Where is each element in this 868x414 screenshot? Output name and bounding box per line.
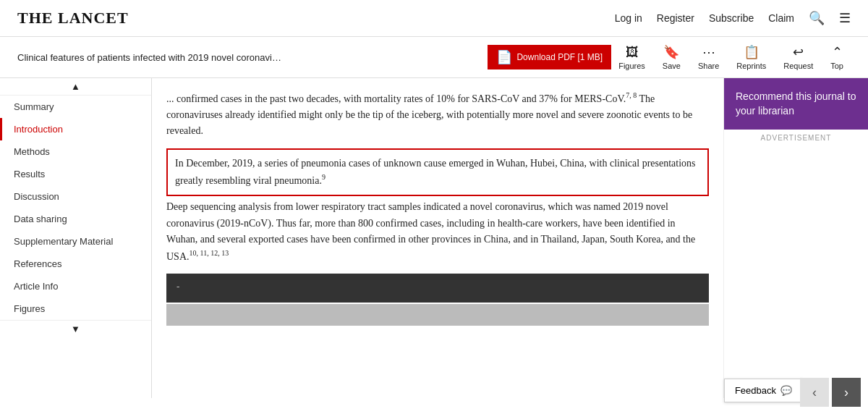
site-header: THE LANCET Log in Register Subscribe Cla… (0, 0, 868, 37)
save-button[interactable]: 🔖 Save (655, 41, 688, 73)
request-icon: ↩ (793, 44, 804, 60)
toolbar-left: Clinical features of patients infected w… (17, 45, 611, 69)
header-nav: Log in Register Subscribe Claim 🔍 ☰ (615, 10, 851, 26)
reprints-icon: 📋 (744, 44, 760, 60)
login-link[interactable]: Log in (615, 12, 642, 24)
pdf-button-label: Download PDF [1 MB] (516, 52, 603, 62)
article-title: Clinical features of patients infected w… (17, 52, 480, 63)
site-logo: THE LANCET (17, 9, 129, 28)
download-pdf-button[interactable]: 📄 Download PDF [1 MB] (488, 45, 611, 69)
sidebar: ▲ Summary Introduction Methods Results D… (0, 78, 152, 398)
recommend-text: Recommend this journal to your librarian (736, 90, 856, 117)
top-button[interactable]: ⌃ Top (823, 41, 851, 73)
reprints-label: Reprints (736, 62, 766, 70)
save-icon: 🔖 (663, 44, 679, 60)
top-label: Top (830, 62, 843, 70)
feedback-label: Feedback (735, 385, 776, 396)
share-icon: ⋯ (702, 44, 715, 60)
article-paragraph-1: ... confirmed cases in the past two deca… (166, 90, 709, 140)
sidebar-item-summary[interactable]: Summary (0, 96, 151, 118)
toolbar-actions: 🖼 Figures 🔖 Save ⋯ Share 📋 Reprints ↩ Re… (611, 41, 851, 73)
footnote-9: 9 (322, 173, 326, 181)
gray-content-block (166, 304, 709, 326)
top-icon: ⌃ (832, 44, 843, 60)
next-arrow-button[interactable]: › (832, 378, 861, 398)
request-button[interactable]: ↩ Request (776, 41, 820, 73)
nav-arrows: ‹ › (800, 378, 861, 398)
reprints-button[interactable]: 📋 Reprints (729, 41, 773, 73)
article-paragraph-2: Deep sequencing analysis from lower resp… (166, 201, 695, 262)
prev-arrow-button[interactable]: ‹ (800, 378, 829, 398)
sidebar-item-discussion[interactable]: Discussion (0, 185, 151, 208)
sidebar-item-data-sharing[interactable]: Data sharing (0, 208, 151, 230)
sidebar-item-article-info[interactable]: Article Info (0, 275, 151, 297)
sidebar-item-results[interactable]: Results (0, 163, 151, 185)
feedback-button[interactable]: Feedback 💬 (724, 379, 803, 398)
article-toolbar: Clinical features of patients infected w… (0, 37, 868, 78)
figures-icon: 🖼 (626, 45, 639, 60)
claim-link[interactable]: Claim (768, 12, 794, 24)
figures-button[interactable]: 🖼 Figures (611, 42, 652, 73)
right-panel: Recommend this journal to your librarian… (723, 78, 868, 398)
figures-label: Figures (618, 62, 645, 70)
sidebar-scroll-down[interactable]: ▼ (0, 320, 151, 337)
footnote-10-13: 10, 11, 12, 13 (190, 249, 229, 257)
article-content: ... confirmed cases in the past two deca… (152, 78, 723, 398)
sidebar-scroll-up[interactable]: ▲ (0, 78, 151, 96)
share-label: Share (698, 62, 719, 70)
search-icon[interactable]: 🔍 (809, 10, 825, 26)
highlighted-text-box: In December, 2019, a series of pneumonia… (166, 148, 709, 196)
request-label: Request (783, 62, 813, 70)
footnote-7-8: 7, 8 (626, 91, 637, 99)
sidebar-item-introduction[interactable]: Introduction (0, 118, 151, 140)
article-paragraph-highlighted-wrapper: In December, 2019, a series of pneumonia… (166, 148, 709, 266)
main-layout: ▲ Summary Introduction Methods Results D… (0, 78, 868, 398)
sidebar-item-methods[interactable]: Methods (0, 140, 151, 163)
menu-icon[interactable]: ☰ (839, 10, 851, 26)
advertisement-label: ADVERTISEMENT (724, 130, 868, 146)
pdf-icon: 📄 (496, 49, 512, 65)
share-button[interactable]: ⋯ Share (691, 41, 726, 73)
register-link[interactable]: Register (657, 12, 694, 24)
save-label: Save (663, 62, 681, 70)
subscribe-link[interactable]: Subscribe (709, 12, 754, 24)
feedback-icon: 💬 (780, 385, 792, 396)
dark-block-text: - (176, 281, 179, 292)
dark-content-block: - (166, 274, 709, 303)
sidebar-item-references[interactable]: References (0, 253, 151, 275)
recommend-box: Recommend this journal to your librarian (724, 78, 868, 130)
sidebar-item-figures[interactable]: Figures (0, 297, 151, 320)
sidebar-item-supplementary[interactable]: Supplementary Material (0, 230, 151, 253)
